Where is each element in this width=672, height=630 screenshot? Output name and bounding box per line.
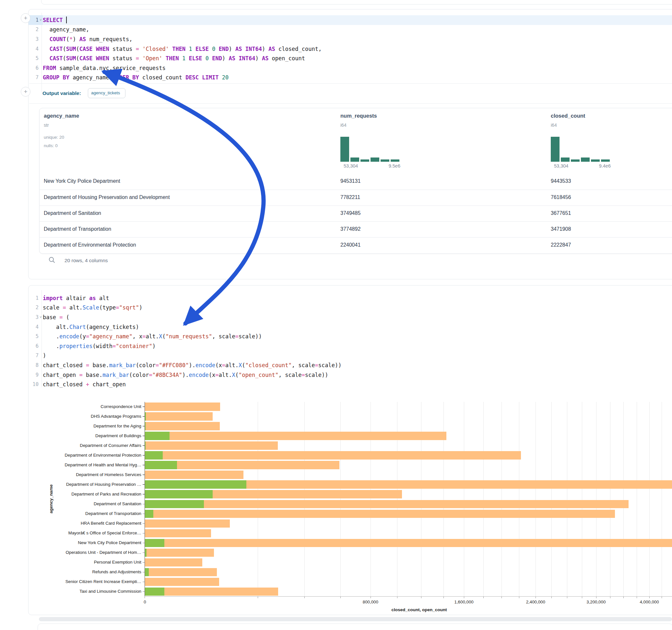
histogram-max-label: 9.5e6 — [376, 163, 400, 169]
histogram-min-label: 53,304 — [554, 163, 568, 169]
code-text: .properties(width="container") — [43, 343, 155, 349]
line-number: 7 — [28, 75, 39, 80]
num-requests-cell: 9453131 — [340, 178, 360, 184]
col-name[interactable]: closed_count — [551, 113, 585, 119]
code-text: alt.Chart(agency_tickets) — [43, 324, 139, 330]
histogram-bar — [381, 160, 389, 162]
num-requests-cell: 3774892 — [340, 226, 360, 232]
col-type: str — [44, 122, 49, 128]
code-text: chart_closed + chart_open — [43, 381, 126, 388]
col-type: i64 — [340, 122, 346, 128]
code-line[interactable]: 8chart_closed = base.mark_bar(color="#FF… — [28, 360, 672, 370]
output-variable-label: Output variable: — [43, 91, 81, 96]
agency-name-cell: Department of Housing Preservation and D… — [44, 194, 170, 200]
code-line[interactable]: 4 alt.Chart(agency_tickets) — [28, 322, 672, 332]
line-number: 10 — [28, 382, 39, 387]
code-line[interactable]: 1import altair as alt — [28, 293, 672, 303]
agency-name-cell: Department of Transportation — [44, 226, 111, 232]
column-histogram — [340, 137, 400, 162]
histogram-bar — [571, 160, 580, 162]
histogram-bar — [561, 158, 570, 162]
line-number: 1 — [28, 295, 39, 301]
histogram-bar — [591, 160, 600, 162]
next-cell-edge — [38, 624, 672, 630]
notebook-page: + + 1˅SELECT 2 agency_name,3 COUNT(*) AS… — [0, 0, 672, 630]
code-line[interactable]: 3 COUNT(*) AS num_requests, — [28, 34, 672, 44]
agency-name-cell: Department of Environmental Protection — [44, 242, 136, 248]
line-number: 6 — [28, 65, 39, 71]
code-text: CAST(SUM(CASE WHEN status = 'Closed' THE… — [43, 46, 321, 52]
line-number: 2 — [28, 27, 39, 32]
add-cell-button-top[interactable]: + — [21, 13, 30, 23]
col-name[interactable]: num_requests — [340, 113, 377, 119]
closed-count-cell: 2222847 — [551, 242, 571, 248]
code-line[interactable]: 7) — [28, 351, 672, 361]
closed-count-cell: 3677651 — [551, 210, 571, 216]
table-row[interactable]: Department of Housing Preservation and D… — [40, 190, 672, 206]
line-number: 5 — [28, 334, 39, 339]
line-number: 9 — [28, 372, 39, 378]
fold-chevron-icon[interactable]: ˅ — [39, 315, 43, 319]
histogram-bar — [360, 160, 369, 162]
closed-count-cell: 7618456 — [551, 194, 571, 200]
code-line[interactable]: 2scale = alt.Scale(type="sqrt") — [28, 303, 672, 313]
search-icon[interactable] — [48, 256, 55, 264]
table-row[interactable]: Department of Transportation377489234719… — [40, 221, 672, 238]
line-number: 3 — [28, 36, 39, 42]
closed-count-cell: 9443533 — [551, 178, 571, 184]
code-line[interactable]: 4 CAST(SUM(CASE WHEN status = 'Closed' T… — [28, 44, 672, 54]
add-cell-button-output[interactable]: + — [21, 87, 30, 97]
histogram-bar — [351, 158, 359, 162]
line-number: 2 — [28, 305, 39, 311]
code-text: CAST(SUM(CASE WHEN status = 'Open' THEN … — [43, 55, 305, 62]
agency-name-cell: New York City Police Department — [44, 178, 120, 184]
sql-code-editor[interactable]: 1˅SELECT 2 agency_name,3 COUNT(*) AS num… — [28, 15, 672, 82]
line-number: 3 — [28, 314, 39, 320]
code-text: .encode(y="agency_name", x=alt.X("num_re… — [43, 333, 262, 340]
text-caret — [66, 17, 67, 23]
table-row[interactable]: Department of Environmental Protection22… — [40, 237, 672, 253]
code-text: COUNT(*) AS num_requests, — [43, 36, 132, 43]
num-requests-cell: 7782211 — [340, 194, 360, 200]
agency-name-cell: Department of Sanitation — [44, 210, 101, 216]
num-requests-cell: 2240041 — [340, 242, 360, 248]
col-name[interactable]: agency_name — [44, 113, 79, 119]
code-line[interactable]: 1˅SELECT — [28, 15, 672, 25]
code-line[interactable]: 2 agency_name, — [28, 25, 672, 35]
code-text: scale = alt.Scale(type="sqrt") — [43, 304, 142, 311]
histogram-bar — [340, 137, 349, 162]
code-line[interactable]: 10chart_closed + chart_open — [28, 380, 672, 389]
num-requests-cell: 3749485 — [340, 210, 360, 216]
column-histogram — [551, 137, 611, 162]
table-row[interactable]: New York City Police Department945313194… — [40, 174, 672, 190]
histogram-max-label: 9.4e6 — [586, 163, 611, 169]
code-line[interactable]: 6 .properties(width="container") — [28, 341, 672, 351]
sql-divider-1 — [29, 83, 672, 83]
code-line[interactable]: 6FROM sample_data.nyc.service_requests — [28, 63, 672, 73]
table-row-count: 20 rows, 4 columns — [65, 258, 108, 264]
code-line[interactable]: 7GROUP BY agency_name ORDER BY closed_co… — [28, 73, 672, 83]
line-number: 4 — [28, 46, 39, 52]
fold-chevron-icon[interactable]: ˅ — [39, 18, 43, 22]
table-row[interactable]: Department of Sanitation37494853677651 — [40, 205, 672, 222]
python-code-editor[interactable]: 1import altair as alt2scale = alt.Scale(… — [28, 293, 672, 389]
code-text: chart_closed = base.mark_bar(color="#FFC… — [43, 362, 341, 368]
code-line[interactable]: 3˅base = ( — [28, 312, 672, 322]
cell-gap-bar[interactable] — [39, 617, 672, 621]
code-line[interactable]: 5 CAST(SUM(CASE WHEN status = 'Open' THE… — [28, 53, 672, 63]
code-text: GROUP BY agency_name ORDER BY closed_cou… — [43, 74, 229, 81]
previous-cell-edge — [41, 0, 672, 4]
python-cell: 1import altair as alt2scale = alt.Scale(… — [28, 285, 672, 615]
line-number: 6 — [28, 343, 39, 349]
code-line[interactable]: 5 .encode(y="agency_name", x=alt.X("num_… — [28, 332, 672, 341]
code-line[interactable]: 9chart_open = base.mark_bar(color="#8BC3… — [28, 370, 672, 380]
histogram-bar — [601, 160, 610, 162]
sql-cell: 1˅SELECT 2 agency_name,3 COUNT(*) AS num… — [28, 9, 672, 280]
histogram-bar — [370, 158, 379, 162]
histogram-bar — [581, 158, 590, 162]
code-text: chart_open = base.mark_bar(color="#8BC34… — [43, 372, 328, 378]
closed-count-cell: 3471908 — [551, 226, 571, 232]
code-text: FROM sample_data.nyc.service_requests — [43, 65, 166, 71]
output-variable-chip[interactable]: agency_tickets — [88, 88, 125, 98]
col-stat: nulls: 0 — [44, 143, 58, 148]
